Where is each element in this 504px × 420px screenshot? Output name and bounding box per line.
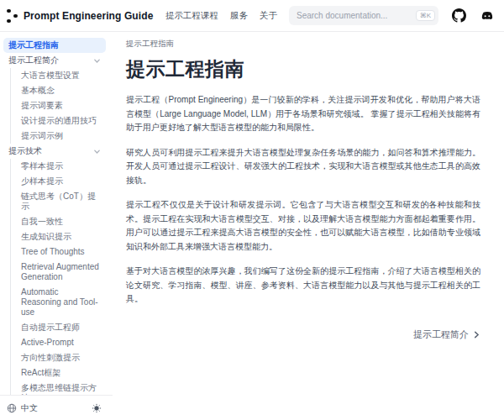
chevron-right-icon [473,331,480,339]
sidebar-item[interactable]: 提示工程指南 [3,38,106,53]
sidebar-item-label: 设计提示的通用技巧 [21,116,97,126]
language-label: 中文 [21,402,38,414]
sidebar-item[interactable]: ReAct框架 [10,365,106,381]
breadcrumb: 提示工程指南 [126,39,480,50]
search-box[interactable]: ⌘K [289,6,438,25]
sidebar-nav: 提示工程指南提示工程简介大语言模型设置基本概念提示词要素设计提示的通用技巧提示词… [0,32,113,395]
sidebar-item-label: 方向性刺激提示 [21,353,80,363]
sidebar: 提示工程指南提示工程简介大语言模型设置基本概念提示词要素设计提示的通用技巧提示词… [0,32,113,420]
sidebar-item-label: 链式思考（CoT）提示 [21,192,101,212]
chevron-down-icon [93,148,101,155]
sidebar-item-label: 少样本提示 [21,176,63,186]
search-input[interactable] [297,11,411,20]
language-switcher[interactable]: 中文 [7,402,38,414]
site-title: Prompt Engineering Guide [24,10,153,22]
sidebar-item[interactable]: 提示工程简介 [3,53,106,68]
page-title: 提示工程指南 [126,56,480,82]
nav-link-about[interactable]: 关于 [260,10,277,22]
sidebar-item[interactable]: 自动提示工程师 [10,320,106,335]
content-paragraphs: 提示工程（Prompt Engineering）是一门较新的学科，关注提示词开发… [126,93,480,307]
nav-link-course[interactable]: 提示工程课程 [165,10,218,22]
sidebar-item-label: ReAct框架 [21,368,60,378]
sidebar-item[interactable]: Active-Prompt [10,335,106,350]
pagination: 提示工程简介 [126,328,480,341]
sidebar-item[interactable]: Tree of Thoughts [10,244,106,260]
sidebar-item-label: Active-Prompt [21,338,74,348]
top-header: Prompt Engineering Guide 提示工程课程 服务 关于 ⌘K [0,0,504,32]
sidebar-item-label: 提示工程指南 [8,40,59,50]
theme-toggle-sun-icon[interactable] [91,402,102,414]
sidebar-item[interactable]: 提示词要素 [10,98,106,113]
search-shortcut-kbd: ⌘K [416,10,435,21]
sidebar-item-label: 提示工程简介 [8,55,59,66]
content-paragraph: 研究人员可利用提示工程来提升大语言模型处理复杂任务场景的能力，如问答和算术推理能… [126,146,480,188]
sidebar-item-label: 生成知识提示 [21,232,71,242]
sidebar-item[interactable]: 提示词示例 [10,129,106,144]
main-content: 提示工程指南 提示工程指南 提示工程（Prompt Engineering）是一… [113,32,504,420]
sidebar-item-label: Automatic Reasoning and Tool-use [21,287,101,318]
sidebar-item-label: 提示词要素 [21,101,63,111]
logo-dots-icon [7,8,18,24]
chevron-down-icon [93,57,101,65]
sidebar-item[interactable]: 生成知识提示 [10,229,106,244]
nav-link-services[interactable]: 服务 [230,10,248,22]
sidebar-item-label: 提示词示例 [21,131,63,141]
discord-icon[interactable] [479,8,496,24]
content-paragraph: 提示工程（Prompt Engineering）是一门较新的学科，关注提示词开发… [126,93,480,135]
sidebar-item-label: 大语言模型设置 [21,71,80,81]
sidebar-item-label: 基本概念 [21,86,55,96]
sidebar-footer: 中文 [0,395,113,420]
sidebar-item-label: 零样本提示 [21,161,63,171]
header-nav: 提示工程课程 服务 关于 ⌘K [165,6,496,25]
sidebar-item-label: 自我一致性 [21,217,63,227]
sidebar-item-label: 自动提示工程师 [21,323,80,333]
sidebar-item[interactable]: 大语言模型设置 [10,68,106,83]
sidebar-item-label: Tree of Thoughts [21,247,85,257]
content-paragraph: 基于对大语言模型的浓厚兴趣，我们编写了这份全新的提示工程指南，介绍了大语言模型相… [126,265,480,307]
sidebar-item[interactable]: 自我一致性 [10,214,106,229]
github-icon[interactable] [450,8,467,24]
sidebar-item[interactable]: 提示技术 [3,144,106,159]
sidebar-item[interactable]: 基本概念 [10,83,106,98]
sidebar-item[interactable]: 少样本提示 [10,174,106,189]
sidebar-item-label: 提示技术 [8,146,42,156]
sidebar-item-label: 多模态思维链提示方法 [21,383,101,395]
sidebar-item[interactable]: Automatic Reasoning and Tool-use [10,285,106,320]
sidebar-item[interactable]: 多模态思维链提示方法 [10,381,106,395]
sidebar-item[interactable]: 链式思考（CoT）提示 [10,189,106,214]
sidebar-item[interactable]: 零样本提示 [10,159,106,174]
pagination-next-label: 提示工程简介 [413,328,469,341]
site-logo[interactable]: Prompt Engineering Guide [7,8,153,24]
pagination-next-link[interactable]: 提示工程简介 [413,328,480,341]
sidebar-item-label: Retrieval Augmented Generation [21,262,101,282]
content-paragraph: 提示工程不仅仅是关于设计和研发提示词。它包含了与大语言模型交互和研发的各种技能和… [126,198,480,254]
sidebar-item[interactable]: Retrieval Augmented Generation [10,260,106,285]
globe-icon [7,403,17,413]
sidebar-item[interactable]: 方向性刺激提示 [10,350,106,365]
sidebar-item[interactable]: 设计提示的通用技巧 [10,113,106,129]
